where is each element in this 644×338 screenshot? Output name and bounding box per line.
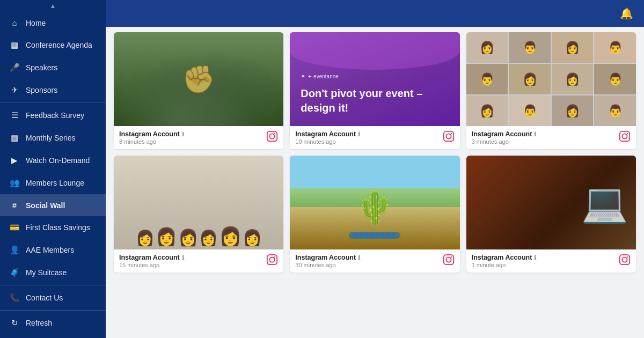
post-card-6: 💻 Instagram Account ℹ 1 minute ago xyxy=(466,156,636,273)
face-2: 👨 xyxy=(509,32,551,63)
instagram-icon-3[interactable] xyxy=(619,130,631,145)
info-icon-5[interactable]: ℹ xyxy=(358,254,360,261)
info-icon-2[interactable]: ℹ xyxy=(358,131,360,138)
face-9: 👩 xyxy=(466,95,508,126)
home-icon: ⌂ xyxy=(10,18,19,27)
post-time-3: 3 minutes ago xyxy=(472,138,537,145)
sidebar-item-watch-on-demand[interactable]: ▶ Watch On-Demand xyxy=(0,149,106,172)
info-icon-1[interactable]: ℹ xyxy=(182,131,184,138)
instagram-icon-1[interactable] xyxy=(266,130,278,145)
post-account-info-2: Instagram Account ℹ 10 minutes ago xyxy=(295,130,360,145)
post-image-6: 💻 xyxy=(466,156,636,249)
sidebar-item-feedback-survey[interactable]: ☰ Feedback Survey xyxy=(0,104,106,127)
info-icon-3[interactable]: ℹ xyxy=(534,131,536,138)
post-image-2: ✦ ✦ eventanne Don't pivot your event – d… xyxy=(290,32,459,126)
video-icon: ▶ xyxy=(10,156,19,165)
face-6: 👩 xyxy=(509,64,551,94)
sidebar-item-social-wall[interactable]: # Social Wall xyxy=(0,194,106,216)
sidebar-item-first-class-savings[interactable]: 💳 First Class Savings xyxy=(0,216,106,239)
face-3: 👩 xyxy=(552,32,594,63)
post-footer-1: Instagram Account ℹ 8 minutes ago xyxy=(114,126,283,149)
post-time-1: 8 minutes ago xyxy=(119,138,184,145)
post-promo-text: Don't pivot your event – design it! xyxy=(301,86,449,115)
svg-point-10 xyxy=(270,257,275,262)
svg-rect-0 xyxy=(267,131,277,141)
svg-point-5 xyxy=(451,133,452,134)
post-image-4: 👩👩👩 👩👩👩 xyxy=(114,156,283,249)
post-footer-2: Instagram Account ℹ 10 minutes ago xyxy=(290,126,459,149)
post-footer-3: Instagram Account ℹ 3 minutes ago xyxy=(466,126,636,149)
svg-point-8 xyxy=(627,133,628,134)
face-7: 👩 xyxy=(552,64,594,94)
post-account-name-5: Instagram Account ℹ xyxy=(295,254,360,261)
calendar-icon: ▦ xyxy=(10,40,19,50)
scroll-up-indicator: ▲ xyxy=(0,0,106,12)
face-5: 👨 xyxy=(466,64,508,94)
photo-grid: ✊ Instagram Account ℹ 8 minutes ago xyxy=(114,32,636,273)
post-footer-5: Instagram Account ℹ 30 minutes ago xyxy=(290,249,459,273)
sidebar-item-contact-us[interactable]: 📞 Contact Us xyxy=(0,286,106,309)
notification-bell-icon[interactable]: 🔔 xyxy=(620,7,633,20)
svg-rect-6 xyxy=(620,131,630,141)
plane-icon: ✈ xyxy=(10,85,19,95)
sidebar-item-speakers[interactable]: 🎤 Speakers xyxy=(0,56,106,79)
sidebar: ▲ ⌂ Home ▦ Conference Agenda 🎤 Speakers … xyxy=(0,0,106,338)
phone-icon: 📞 xyxy=(10,293,19,303)
info-icon-6[interactable]: ℹ xyxy=(534,254,536,261)
face-4: 👨 xyxy=(594,32,636,63)
svg-rect-12 xyxy=(443,255,453,264)
svg-point-13 xyxy=(446,257,451,262)
post-time-6: 1 minute ago xyxy=(472,262,537,268)
scroll-down-indicator: ▼ xyxy=(0,334,106,338)
sidebar-item-home[interactable]: ⌂ Home xyxy=(0,12,106,34)
svg-point-2 xyxy=(274,133,275,134)
sidebar-item-members-lounge[interactable]: 👥 Members Lounge xyxy=(0,172,106,194)
sidebar-item-my-suitcase[interactable]: 🧳 My Suitcase xyxy=(0,261,106,284)
face-10: 👨 xyxy=(509,95,551,126)
mic-icon: 🎤 xyxy=(10,63,19,72)
post-card-3: 👩 👨 👩 👨 👨 👩 👩 👨 👩 👨 👩 👨 xyxy=(466,32,636,149)
svg-point-4 xyxy=(446,134,451,138)
eventanne-logo-icon: ✦ xyxy=(301,73,305,80)
social-wall-content: ✊ Instagram Account ℹ 8 minutes ago xyxy=(106,27,644,338)
post-account-name-6: Instagram Account ℹ xyxy=(472,254,537,261)
svg-point-14 xyxy=(451,256,452,258)
sidebar-item-aae-members[interactable]: 👤 AAE Members xyxy=(0,239,106,261)
post-time-5: 30 minutes ago xyxy=(295,262,360,268)
instagram-icon-5[interactable] xyxy=(443,254,455,268)
svg-point-7 xyxy=(622,134,627,138)
instagram-icon-2[interactable] xyxy=(443,130,455,145)
svg-rect-15 xyxy=(620,255,630,264)
sidebar-item-monthly-series[interactable]: ▦ Monthly Series xyxy=(0,127,106,149)
sidebar-item-refresh[interactable]: ↻ Refresh xyxy=(0,312,106,334)
hashtag-icon: # xyxy=(10,201,19,210)
instagram-icon-4[interactable] xyxy=(266,254,278,268)
post-card-2: ✦ ✦ eventanne Don't pivot your event – d… xyxy=(290,32,459,149)
face-12: 👨 xyxy=(594,95,636,126)
post-account-name-1: Instagram Account ℹ xyxy=(119,130,184,138)
monthly-icon: ▦ xyxy=(10,133,19,143)
post-footer-4: Instagram Account ℹ 15 minutes ago xyxy=(114,249,283,273)
members-icon: 👥 xyxy=(10,178,19,188)
post-account-info-6: Instagram Account ℹ 1 minute ago xyxy=(472,254,537,268)
post-card-5: 🌵 👤👤👤👤👤👤👤👤 Instagram Account ℹ 30 xyxy=(290,156,459,273)
post-account-info-5: Instagram Account ℹ 30 minutes ago xyxy=(295,254,360,268)
post-time-4: 15 minutes ago xyxy=(119,262,184,268)
refresh-icon: ↻ xyxy=(10,318,19,328)
instagram-icon-6[interactable] xyxy=(619,254,631,268)
svg-point-11 xyxy=(274,256,275,258)
main-content: 🔔 ✊ Instagram Account ℹ 8 minutes ago xyxy=(106,0,644,338)
post-account-name-4: Instagram Account ℹ xyxy=(119,254,184,261)
svg-rect-9 xyxy=(267,255,277,264)
sidebar-item-sponsors[interactable]: ✈ Sponsors xyxy=(0,79,106,101)
svg-point-17 xyxy=(627,256,628,258)
post-account-info-3: Instagram Account ℹ 3 minutes ago xyxy=(472,130,537,145)
savings-icon: 💳 xyxy=(10,223,19,232)
svg-point-1 xyxy=(270,134,275,138)
post-image-3: 👩 👨 👩 👨 👨 👩 👩 👨 👩 👨 👩 👨 xyxy=(466,32,636,126)
sidebar-item-conference-agenda[interactable]: ▦ Conference Agenda xyxy=(0,34,106,56)
eventanne-brand: ✦ ✦ eventanne xyxy=(301,73,449,80)
info-icon-4[interactable]: ℹ xyxy=(182,254,184,261)
post-account-info-1: Instagram Account ℹ 8 minutes ago xyxy=(119,130,184,145)
face-1: 👩 xyxy=(466,32,508,63)
